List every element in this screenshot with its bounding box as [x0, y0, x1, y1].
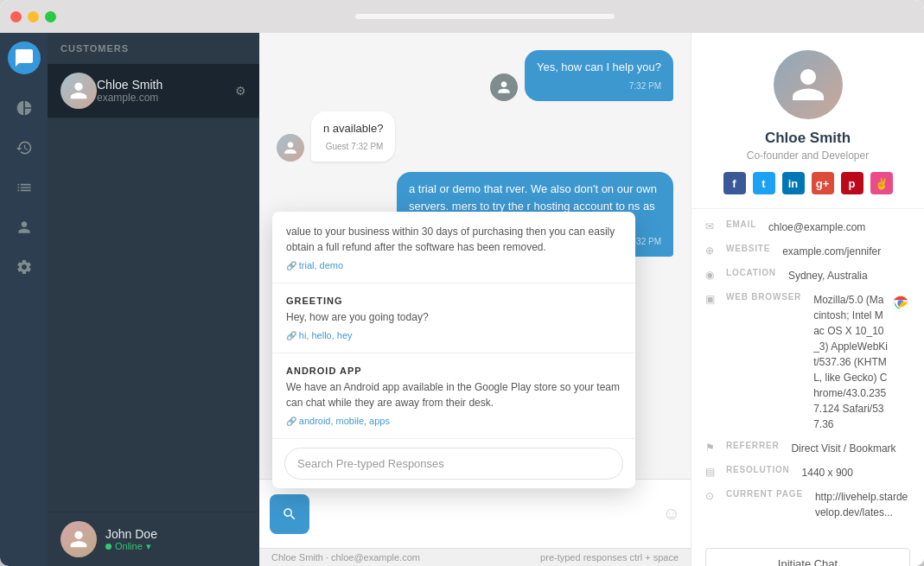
- nav-analytics-icon[interactable]: [8, 92, 41, 124]
- pretyped-item-3[interactable]: ANDROID APP We have an Android app avail…: [272, 353, 635, 439]
- chat-footer-sender: Chloe Smith · chloe@example.com: [271, 552, 420, 563]
- chat-text-input[interactable]: [318, 507, 654, 521]
- nav-history-icon[interactable]: [8, 131, 41, 164]
- history-icon: [16, 139, 33, 156]
- monitor-icon: ▤: [705, 466, 719, 478]
- chat-area: Yes, how can I help you? 7:32 PM: [259, 33, 691, 566]
- people-icon: [16, 219, 33, 236]
- settings-icon: [16, 258, 33, 276]
- pretyped-title-3: ANDROID APP: [286, 366, 621, 376]
- chat-input-bar: ☺: [259, 479, 691, 548]
- customers-spacer: [48, 118, 259, 512]
- message-row-2: n available? Guest 7:32 PM: [277, 111, 673, 162]
- pretyped-item-2[interactable]: GREETING Hey, how are you going today? h…: [272, 283, 635, 353]
- email-row: ✉ EMAIL chloe@example.com: [705, 219, 910, 235]
- resolution-value: 1440 x 900: [802, 465, 853, 480]
- search-pretyped-wrapper[interactable]: [284, 448, 623, 480]
- chat-search-button[interactable]: [270, 494, 309, 534]
- page-icon: ⊙: [705, 490, 719, 502]
- chloe-avatar-svg: [67, 79, 91, 103]
- initiate-chat-button[interactable]: Initiate Chat: [705, 548, 910, 566]
- search-icon: [282, 506, 297, 522]
- current-page-value: http://livehelp.stardevelop.dev/lates...: [815, 489, 910, 520]
- browser-row: ▣ WEB BROWSER Mozilla/5.0 (Macintosh; In…: [705, 292, 910, 432]
- chloe-avatar-msg: [277, 134, 304, 162]
- pie-chart-icon: [16, 99, 33, 117]
- pretyped-tags-1: trial, demo: [286, 260, 621, 270]
- customers-header: CUSTOMERS: [48, 33, 259, 64]
- nav-list-icon[interactable]: [8, 171, 41, 204]
- browser-icon: ▣: [705, 293, 719, 305]
- minimize-button[interactable]: [28, 11, 39, 22]
- list-icon: [16, 179, 33, 196]
- chloe-avatar: [61, 73, 97, 109]
- chat-logo-svg: [14, 48, 35, 68]
- social-icons: f t in g+ p ✌: [723, 172, 893, 194]
- nav-people-icon[interactable]: [8, 211, 41, 244]
- googleplus-icon[interactable]: g+: [812, 172, 834, 194]
- chloe-name: Chloe Smith: [97, 78, 235, 92]
- info-section: ✉ EMAIL chloe@example.com ⊕ WEBSITE exam…: [691, 209, 924, 539]
- browser-value: Mozilla/5.0 (Macintosh; Intel Mac OS X 1…: [813, 292, 888, 432]
- app-window: CUSTOMERS Chloe Smith example.com ⚙: [0, 0, 924, 566]
- titlebar-url-area: [56, 14, 914, 19]
- profile-section: Chloe Smith Co-founder and Developer f t…: [691, 33, 924, 209]
- referrer-row: ⚑ REFERRER Direct Visit / Bookmark: [705, 441, 910, 456]
- facebook-icon[interactable]: f: [723, 172, 746, 194]
- profile-avatar-svg: [785, 61, 832, 108]
- maximize-button[interactable]: [45, 11, 56, 22]
- agent-avatar-msg-1: [490, 73, 518, 101]
- emoji-button[interactable]: ☺: [663, 504, 680, 524]
- resolution-label: RESOLUTION: [726, 465, 790, 474]
- john-avatar: [61, 521, 97, 557]
- john-name: John Doe: [105, 527, 246, 541]
- search-pretyped-input[interactable]: [297, 457, 610, 470]
- current-page-row: ⊙ CURRENT PAGE http://livehelp.stardevel…: [705, 489, 910, 520]
- message-row-1: Yes, how can I help you? 7:32 PM: [277, 50, 673, 101]
- message-bubble-2: n available? Guest 7:32 PM: [311, 111, 395, 162]
- message-bubble-1: Yes, how can I help you? 7:32 PM: [525, 50, 673, 101]
- website-row: ⊕ WEBSITE example.com/jennifer: [705, 244, 910, 259]
- referrer-value: Direct Visit / Bookmark: [791, 441, 895, 456]
- profile-role: Co-founder and Developer: [747, 149, 869, 162]
- john-status: Online ▾: [105, 541, 246, 552]
- customer-item-chloe[interactable]: Chloe Smith example.com ⚙: [48, 64, 259, 118]
- location-row: ◉ LOCATION Sydney, Australia: [705, 268, 910, 283]
- email-label: EMAIL: [726, 219, 756, 229]
- message-text-2: n available?: [323, 122, 383, 135]
- nav-settings-icon[interactable]: [8, 251, 41, 283]
- profile-avatar: [774, 50, 843, 119]
- john-avatar-svg: [67, 527, 91, 551]
- pretyped-title-2: GREETING: [286, 296, 621, 306]
- current-page-label: CURRENT PAGE: [726, 489, 803, 499]
- pretyped-item-1[interactable]: value to your business within 30 days of…: [272, 212, 635, 283]
- chat-footer-shortcut: pre-typed responses ctrl + space: [540, 552, 679, 563]
- pretyped-text-2: Hey, how are you going today?: [286, 309, 621, 325]
- pretyped-tags-2: hi, hello, hey: [286, 330, 621, 340]
- customers-panel: CUSTOMERS Chloe Smith example.com ⚙: [48, 33, 259, 566]
- location-icon: ◉: [705, 269, 719, 281]
- location-value: Sydney, Australia: [788, 268, 868, 283]
- titlebar: [0, 0, 924, 33]
- website-label: WEBSITE: [726, 244, 770, 253]
- linkedin-icon[interactable]: in: [782, 172, 805, 194]
- pinterest-icon[interactable]: p: [841, 172, 863, 194]
- dribbble-icon[interactable]: ✌: [870, 172, 893, 194]
- globe-icon: ⊕: [705, 245, 719, 257]
- twitter-icon[interactable]: t: [753, 172, 775, 194]
- close-button[interactable]: [10, 11, 22, 22]
- email-value: chloe@example.com: [768, 219, 865, 235]
- email-icon: ✉: [705, 220, 719, 232]
- chat-footer: Chloe Smith · chloe@example.com pre-type…: [259, 548, 691, 566]
- referrer-icon: ⚑: [705, 442, 719, 454]
- john-info: John Doe Online ▾: [105, 527, 246, 552]
- john-doe-item[interactable]: John Doe Online ▾: [48, 512, 259, 566]
- pretyped-text-1: value to your business within 30 days of…: [286, 224, 621, 255]
- status-dot-icon: [105, 544, 112, 550]
- gear-icon[interactable]: ⚙: [235, 84, 246, 98]
- website-value: example.com/jennifer: [782, 244, 881, 259]
- pretyped-dropdown: value to your business within 30 days of…: [272, 212, 635, 488]
- message-time-2: Guest 7:32 PM: [323, 140, 383, 153]
- location-label: LOCATION: [726, 268, 776, 277]
- app-layout: CUSTOMERS Chloe Smith example.com ⚙: [0, 33, 924, 566]
